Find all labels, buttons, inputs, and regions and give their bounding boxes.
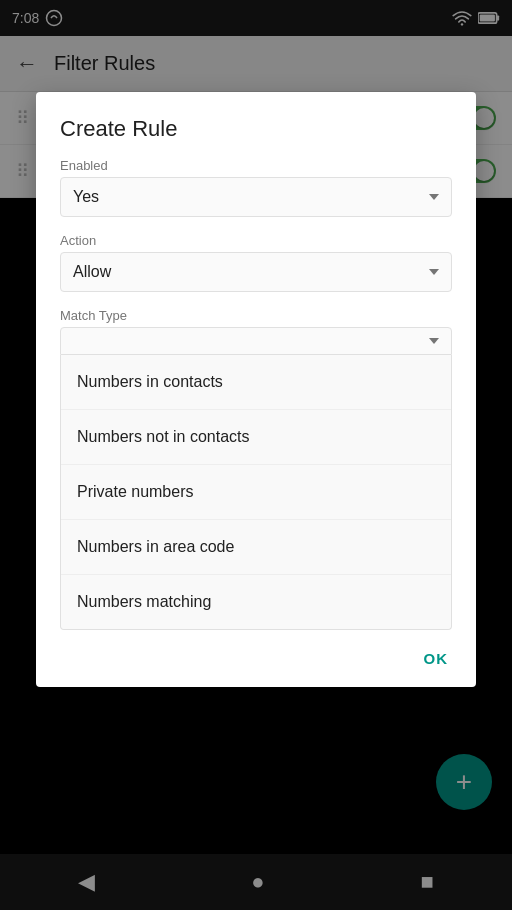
- match-type-dropdown[interactable]: [60, 327, 452, 355]
- action-label: Action: [36, 233, 476, 252]
- enabled-label: Enabled: [36, 158, 476, 177]
- action-value: Allow: [73, 263, 111, 281]
- create-rule-dialog: Create Rule Enabled Yes Action Allow Mat…: [36, 92, 476, 687]
- match-type-label: Match Type: [36, 308, 476, 327]
- match-type-option-area-code[interactable]: Numbers in area code: [61, 520, 451, 575]
- match-type-option-not-contacts[interactable]: Numbers not in contacts: [61, 410, 451, 465]
- match-type-option-private[interactable]: Private numbers: [61, 465, 451, 520]
- match-type-option-contacts[interactable]: Numbers in contacts: [61, 355, 451, 410]
- chevron-down-icon: [429, 338, 439, 344]
- enabled-dropdown[interactable]: Yes: [60, 177, 452, 217]
- dialog-actions: OK: [36, 630, 476, 687]
- chevron-down-icon: [429, 194, 439, 200]
- dialog-title: Create Rule: [36, 92, 476, 158]
- enabled-value: Yes: [73, 188, 99, 206]
- ok-button[interactable]: OK: [412, 642, 461, 675]
- match-type-option-matching[interactable]: Numbers matching: [61, 575, 451, 629]
- action-dropdown[interactable]: Allow: [60, 252, 452, 292]
- chevron-down-icon: [429, 269, 439, 275]
- match-type-options-list: Numbers in contacts Numbers not in conta…: [60, 355, 452, 630]
